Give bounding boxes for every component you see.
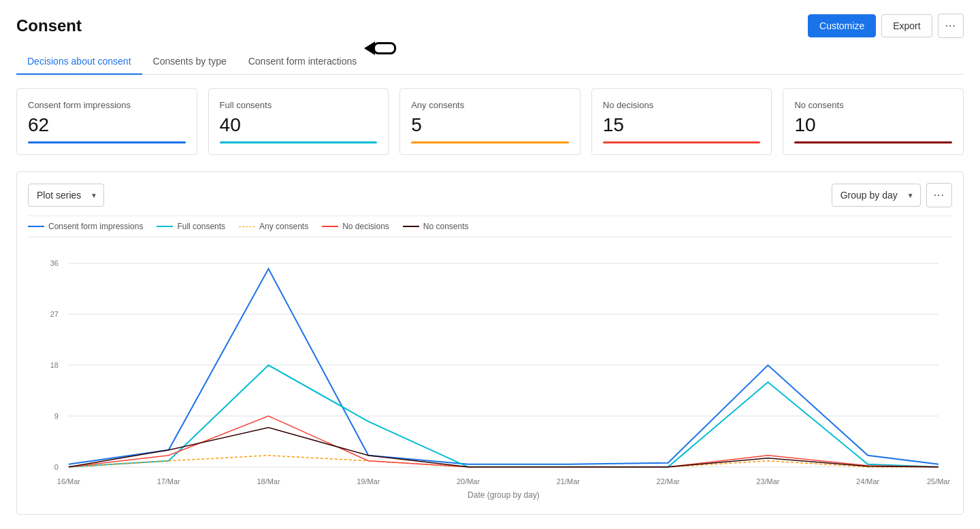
chart-controls: Plot series Group by day ··· bbox=[28, 183, 952, 207]
tab-decisions[interactable]: Decisions about consent bbox=[16, 49, 142, 75]
svg-text:27: 27 bbox=[50, 310, 59, 318]
chart-section: Plot series Group by day ··· Consent for… bbox=[16, 171, 964, 515]
svg-text:22/Mar: 22/Mar bbox=[657, 477, 680, 485]
callout-annotation bbox=[373, 42, 396, 54]
legend-line-no-decisions bbox=[322, 226, 338, 227]
metric-value-full-consents: 40 bbox=[220, 114, 378, 136]
chart-area: 0 9 18 27 36 16/Mar 17/Mar 18/Mar 19/Mar… bbox=[28, 243, 952, 503]
metric-value-no-decisions: 15 bbox=[603, 114, 761, 136]
legend-label-any-consents: Any consents bbox=[259, 222, 308, 231]
legend-line-no-consents bbox=[403, 226, 419, 227]
svg-text:17/Mar: 17/Mar bbox=[157, 477, 180, 485]
metric-title-no-decisions: No decisions bbox=[603, 100, 761, 110]
legend-no-consents: No consents bbox=[403, 222, 469, 231]
legend-line-impressions bbox=[28, 226, 44, 227]
group-by-select[interactable]: Group by day bbox=[832, 184, 921, 207]
svg-text:21/Mar: 21/Mar bbox=[557, 477, 580, 485]
legend-line-any-consents bbox=[239, 226, 255, 227]
customize-button[interactable]: Customize bbox=[808, 14, 876, 37]
metric-title-no-consents: No consents bbox=[794, 100, 952, 110]
svg-text:18/Mar: 18/Mar bbox=[257, 477, 280, 485]
metric-bar-no-consents bbox=[794, 141, 952, 143]
svg-text:36: 36 bbox=[50, 259, 59, 267]
header-actions: Customize Export ··· bbox=[808, 14, 964, 38]
legend-label-impressions: Consent form impressions bbox=[48, 222, 143, 231]
legend-no-decisions: No decisions bbox=[322, 222, 389, 231]
legend-impressions: Consent form impressions bbox=[28, 222, 143, 231]
metric-card-impressions: Consent form impressions 62 bbox=[16, 88, 197, 155]
metric-title-full-consents: Full consents bbox=[220, 100, 378, 110]
metric-card-no-consents: No consents 10 bbox=[783, 88, 964, 155]
line-impressions bbox=[69, 269, 938, 464]
metric-title-impressions: Consent form impressions bbox=[28, 100, 186, 110]
line-no-consents bbox=[69, 428, 938, 467]
svg-text:20/Mar: 20/Mar bbox=[457, 477, 480, 485]
metric-card-full-consents: Full consents 40 bbox=[208, 88, 389, 155]
metric-card-no-decisions: No decisions 15 bbox=[591, 88, 772, 155]
legend-label-no-consents: No consents bbox=[423, 222, 469, 231]
page-header: Consent Customize Export ··· bbox=[16, 14, 964, 38]
tab-bar: Decisions about consent Consents by type… bbox=[16, 49, 964, 75]
chart-controls-right: Group by day ··· bbox=[832, 183, 952, 207]
svg-text:23/Mar: 23/Mar bbox=[756, 477, 779, 485]
chart-legend: Consent form impressions Full consents A… bbox=[28, 216, 952, 237]
metric-value-impressions: 62 bbox=[28, 114, 186, 136]
metric-value-no-consents: 10 bbox=[794, 114, 952, 136]
metric-cards: Consent form impressions 62 Full consent… bbox=[16, 88, 964, 155]
svg-text:19/Mar: 19/Mar bbox=[357, 477, 380, 485]
metric-bar-impressions bbox=[28, 141, 186, 143]
metric-value-any-consents: 5 bbox=[411, 114, 569, 136]
legend-any-consents: Any consents bbox=[239, 222, 308, 231]
tab-consent-form-interactions[interactable]: Consent form interactions bbox=[238, 49, 368, 75]
metric-card-any-consents: Any consents 5 bbox=[399, 88, 581, 155]
legend-label-full-consents: Full consents bbox=[177, 222, 225, 231]
export-button[interactable]: Export bbox=[881, 14, 932, 37]
group-by-select-wrapper: Group by day bbox=[832, 184, 921, 207]
more-options-button[interactable]: ··· bbox=[938, 14, 964, 38]
svg-text:9: 9 bbox=[54, 412, 59, 420]
metric-title-any-consents: Any consents bbox=[411, 100, 569, 110]
tab-consents-by-type[interactable]: Consents by type bbox=[142, 49, 238, 75]
legend-label-no-decisions: No decisions bbox=[342, 222, 389, 231]
metric-bar-no-decisions bbox=[603, 141, 761, 143]
svg-text:Date (group by day): Date (group by day) bbox=[468, 490, 540, 500]
plot-series-select[interactable]: Plot series bbox=[28, 184, 104, 207]
page-container: Consent Customize Export ··· Decisions a… bbox=[0, 0, 980, 528]
svg-text:25/Mar: 25/Mar bbox=[927, 477, 950, 485]
chart-more-button[interactable]: ··· bbox=[926, 183, 952, 207]
svg-text:0: 0 bbox=[54, 463, 59, 471]
metric-bar-full-consents bbox=[220, 141, 378, 143]
legend-full-consents: Full consents bbox=[157, 222, 225, 231]
svg-text:18: 18 bbox=[50, 361, 59, 369]
metric-bar-any-consents bbox=[411, 141, 569, 143]
line-chart: 0 9 18 27 36 16/Mar 17/Mar 18/Mar 19/Mar… bbox=[28, 243, 952, 501]
svg-text:24/Mar: 24/Mar bbox=[856, 477, 879, 485]
legend-line-full-consents bbox=[157, 226, 173, 227]
callout-arrow bbox=[364, 41, 375, 55]
plot-series-select-wrapper: Plot series bbox=[28, 184, 104, 207]
page-title: Consent bbox=[16, 16, 82, 35]
svg-text:16/Mar: 16/Mar bbox=[57, 477, 80, 485]
